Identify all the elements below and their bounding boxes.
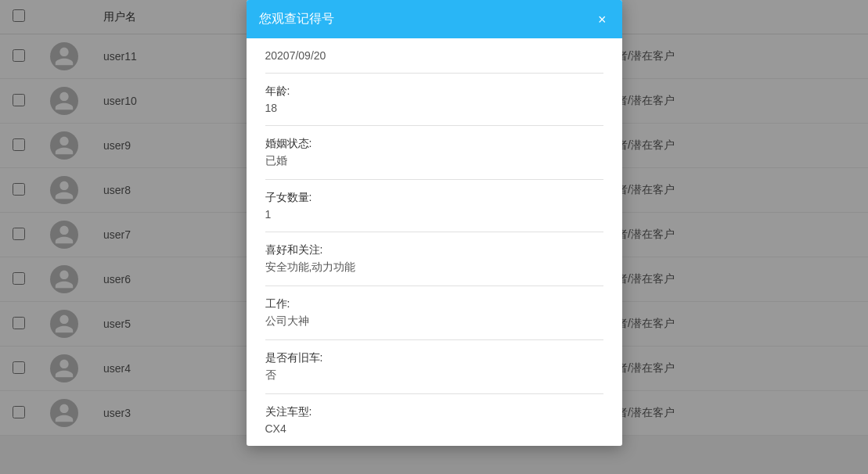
modal-field: 是否有旧车:否 [265, 340, 603, 394]
field-label: 年龄: [265, 84, 603, 99]
field-label: 是否有旧车: [265, 351, 603, 365]
modal-header: 您观查记得号 × [247, 0, 622, 38]
modal-field: 年龄:18 [265, 74, 603, 126]
field-label: 婚姻状态: [265, 137, 603, 151]
modal-body: 20207/09/20年龄:18婚姻状态:已婚子女数量:1喜好和关注:安全功能,… [247, 38, 622, 446]
field-label: 关注车型: [265, 405, 603, 419]
field-label: 喜好和关注: [265, 243, 603, 257]
field-label: 子女数量: [265, 191, 603, 205]
field-value: 20207/09/20 [265, 49, 603, 62]
modal-field: 20207/09/20 [265, 38, 603, 74]
field-value: CX4 [265, 422, 603, 435]
modal-field: 关注车型:CX4 [265, 394, 603, 446]
modal-field: 工作:公司大神 [265, 286, 603, 340]
modal-overlay[interactable]: 您观查记得号 × 20207/09/20年龄:18婚姻状态:已婚子女数量:1喜好… [0, 0, 868, 474]
modal-field: 喜好和关注:安全功能,动力功能 [265, 232, 603, 286]
field-value: 安全功能,动力功能 [265, 260, 603, 275]
modal-close-button[interactable]: × [595, 13, 610, 27]
field-label: 工作: [265, 297, 603, 311]
modal-field: 婚姻状态:已婚 [265, 126, 603, 180]
field-value: 公司大神 [265, 314, 603, 329]
user-detail-modal: 您观查记得号 × 20207/09/20年龄:18婚姻状态:已婚子女数量:1喜好… [247, 0, 622, 446]
field-value: 1 [265, 208, 603, 221]
modal-field: 子女数量:1 [265, 180, 603, 232]
modal-title: 您观查记得号 [259, 11, 334, 27]
field-value: 已婚 [265, 154, 603, 168]
field-value: 否 [265, 368, 603, 382]
field-value: 18 [265, 102, 603, 114]
